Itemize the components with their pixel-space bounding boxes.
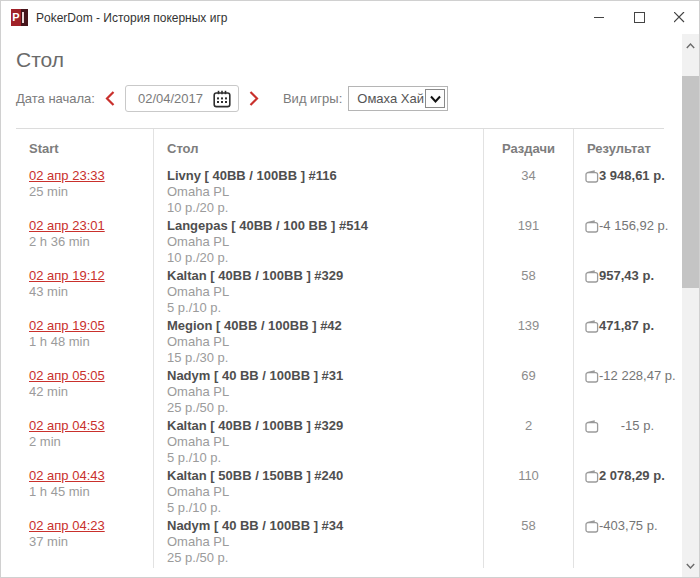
table-row: 02 апр 19:05 1 h 48 min Megion [ 40BB / …	[16, 318, 664, 368]
hands-count: 69	[483, 368, 573, 418]
hands-count: 191	[483, 218, 573, 268]
session-duration: 1 h 48 min	[29, 334, 90, 349]
game-name: Omaha PL	[167, 384, 229, 399]
wallet-icon	[585, 270, 599, 283]
session-start-link[interactable]: 02 апр 23:33	[29, 168, 105, 183]
result-amount: -403,75 р.	[599, 518, 668, 534]
game-name: Omaha PL	[167, 534, 229, 549]
stakes: 15 р./30 р.	[167, 350, 228, 365]
stakes: 5 р./10 р.	[167, 300, 221, 315]
game-name: Omaha PL	[167, 334, 229, 349]
chevron-down-icon	[686, 563, 695, 569]
table-row: 02 апр 23:33 25 min Livny [ 40BB / 100BB…	[16, 168, 664, 218]
session-start-link[interactable]: 02 апр 04:53	[29, 418, 105, 433]
table-row: 02 апр 04:53 2 min Kaltan [ 40BB / 100BB…	[16, 418, 664, 468]
start-cell: 02 апр 23:01 2 h 36 min	[16, 218, 153, 268]
start-cell: 02 апр 19:05 1 h 48 min	[16, 318, 153, 368]
hands-count: 34	[483, 168, 573, 218]
table-row: 02 апр 05:05 42 min Nadym [ 40 BB / 100B…	[16, 368, 664, 418]
session-start-link[interactable]: 02 апр 04:23	[29, 518, 105, 533]
vertical-scrollbar[interactable]	[682, 34, 699, 577]
stakes: 10 р./20 р.	[167, 200, 228, 215]
start-date-label: Дата начала:	[16, 91, 95, 106]
start-cell: 02 апр 04:53 2 min	[16, 418, 153, 468]
table-name: Nadym [ 40 BB / 100BB ] #31	[167, 368, 343, 383]
table-cell: Kaltan [ 40BB / 100BB ] #329 Omaha PL 5 …	[153, 268, 483, 318]
table-header-row: Start Стол Раздачи Результат	[16, 129, 664, 168]
game-name: Omaha PL	[167, 284, 229, 299]
date-input[interactable]: 02/04/2017	[125, 85, 239, 112]
start-cell: 02 апр 05:05 42 min	[16, 368, 153, 418]
minimize-button[interactable]	[579, 1, 619, 34]
session-start-link[interactable]: 02 апр 04:43	[29, 468, 105, 483]
hands-count: 110	[483, 468, 573, 518]
calendar-icon[interactable]	[213, 90, 231, 108]
result-cell: 471,87 р.	[573, 318, 664, 368]
maximize-button[interactable]	[619, 1, 659, 34]
table-cell: Nadym [ 40 BB / 100BB ] #34 Omaha PL 25 …	[153, 518, 483, 568]
scrollbar-thumb[interactable]	[682, 76, 699, 288]
close-icon	[674, 12, 685, 23]
close-button[interactable]	[659, 1, 699, 34]
wallet-icon	[585, 420, 599, 433]
start-cell: 02 апр 23:33 25 min	[16, 168, 153, 218]
table-cell: Kaltan [ 40BB / 100BB ] #329 Omaha PL 5 …	[153, 418, 483, 468]
result-amount: 3 948,61 р.	[599, 168, 675, 184]
select-dropdown-button[interactable]	[425, 89, 445, 108]
result-cell: -403,75 р.	[573, 518, 668, 568]
app-logo-icon: P	[11, 9, 28, 26]
stakes: 25 р./50 р.	[167, 400, 228, 415]
wallet-icon	[585, 320, 599, 333]
session-start-link[interactable]: 02 апр 05:05	[29, 368, 105, 383]
session-duration: 43 min	[29, 284, 68, 299]
main-content: Стол Дата начала: 02/04/2017	[1, 34, 682, 577]
app-logo-right-half	[21, 9, 28, 26]
session-start-link[interactable]: 02 апр 19:05	[29, 318, 105, 333]
table-cell: Livny [ 40BB / 100BB ] #116 Omaha PL 10 …	[153, 168, 483, 218]
hands-count: 139	[483, 318, 573, 368]
previous-date-button[interactable]	[95, 90, 125, 107]
game-type-value: Омаха Хай	[357, 91, 424, 106]
result-amount: 471,87 р.	[599, 318, 664, 334]
chevron-down-icon	[430, 95, 441, 103]
table-row: 02 апр 19:12 43 min Kaltan [ 40BB / 100B…	[16, 268, 664, 318]
result-amount: -4 156,92 р.	[599, 218, 678, 234]
history-table: Start Стол Раздачи Результат 02 апр 23:3…	[16, 129, 664, 568]
session-duration: 42 min	[29, 384, 68, 399]
game-name: Omaha PL	[167, 434, 229, 449]
session-start-link[interactable]: 02 апр 19:12	[29, 268, 105, 283]
titlebar: P PokerDom - История покерных игр	[1, 1, 699, 34]
session-duration: 37 min	[29, 534, 68, 549]
result-cell: 3 948,61 р.	[573, 168, 675, 218]
session-duration: 2 h 36 min	[29, 234, 90, 249]
header-table: Стол	[153, 129, 483, 168]
table-row: 02 апр 23:01 2 h 36 min Langepas [ 40BB …	[16, 218, 664, 268]
table-name: Nadym [ 40 BB / 100BB ] #34	[167, 518, 343, 533]
stakes: 5 р./10 р.	[167, 450, 221, 465]
table-name: Kaltan [ 40BB / 100BB ] #329	[167, 418, 343, 433]
wallet-icon	[585, 520, 599, 533]
app-logo-letter: P	[11, 9, 21, 26]
session-start-link[interactable]: 02 апр 23:01	[29, 218, 105, 233]
game-name: Omaha PL	[167, 184, 229, 199]
hands-count: 58	[483, 268, 573, 318]
result-amount: 2 078,29 р.	[599, 468, 675, 484]
header-hands: Раздачи	[483, 129, 573, 168]
table-row: 02 апр 04:43 1 h 45 min Kaltan [ 50BB / …	[16, 468, 664, 518]
game-type-select[interactable]: Омаха Хай	[348, 86, 448, 111]
wallet-icon	[585, 220, 599, 233]
session-duration: 25 min	[29, 184, 68, 199]
result-cell: 957,43 р.	[573, 268, 664, 318]
chevron-right-icon	[248, 90, 260, 107]
table-cell: Nadym [ 40 BB / 100BB ] #31 Omaha PL 25 …	[153, 368, 483, 418]
session-duration: 2 min	[29, 434, 61, 449]
next-date-button[interactable]	[239, 90, 269, 107]
session-duration: 1 h 45 min	[29, 484, 90, 499]
scroll-up-button[interactable]	[682, 37, 699, 54]
scroll-down-button[interactable]	[682, 557, 699, 574]
result-cell: -15 р.	[573, 418, 664, 468]
filter-bar: Дата начала: 02/04/2017	[16, 85, 682, 112]
wallet-icon	[585, 170, 599, 183]
result-amount: -12 228,47 р.	[599, 368, 682, 384]
chevron-left-icon	[104, 90, 116, 107]
